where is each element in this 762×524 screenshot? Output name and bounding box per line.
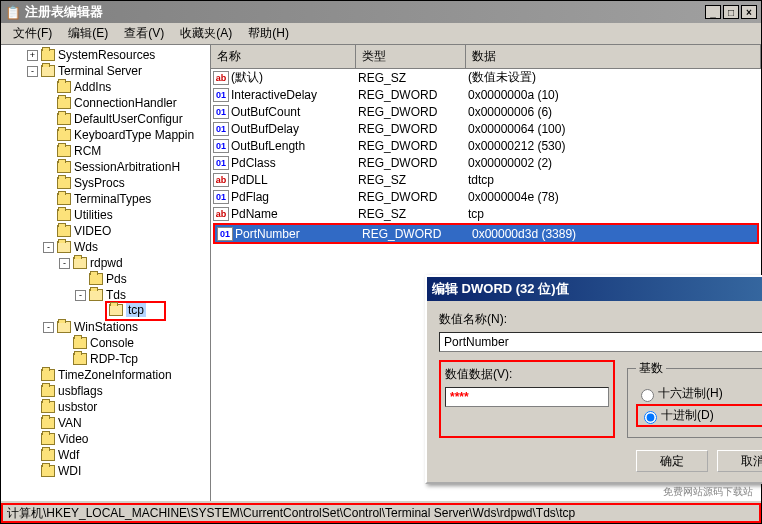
list-row[interactable]: ab(默认)REG_SZ(数值未设置) — [211, 69, 761, 86]
tree-label: WDI — [58, 464, 81, 478]
list-row[interactable]: 01PortNumberREG_DWORD0x00000d3d (3389) — [215, 225, 757, 242]
tree-item[interactable]: SessionArbitrationH — [1, 159, 210, 175]
radio-hex[interactable] — [641, 389, 654, 402]
list-row[interactable]: abPdNameREG_SZtcp — [211, 205, 761, 222]
value-data: (数值未设置) — [468, 69, 759, 86]
tree-item[interactable]: VAN — [1, 415, 210, 431]
tree-item[interactable]: Console — [1, 335, 210, 351]
menu-item[interactable]: 文件(F) — [5, 23, 60, 44]
string-icon: ab — [213, 71, 229, 85]
tree-label: VIDEO — [74, 224, 111, 238]
name-input[interactable] — [439, 332, 762, 352]
value-list[interactable]: 名称 类型 数据 ab(默认)REG_SZ(数值未设置)01Interactiv… — [211, 45, 761, 501]
folder-icon — [57, 81, 71, 93]
tree-label: Tds — [106, 288, 126, 302]
tree-item[interactable]: TimeZoneInformation — [1, 367, 210, 383]
list-row[interactable]: 01PdFlagREG_DWORD0x0000004e (78) — [211, 188, 761, 205]
cancel-button[interactable]: 取消 — [717, 450, 762, 472]
tree-item[interactable]: -WinStations — [1, 319, 210, 335]
tree-label: SessionArbitrationH — [74, 160, 180, 174]
menu-item[interactable]: 收藏夹(A) — [172, 23, 240, 44]
radio-hex-row[interactable]: 十六进制(H) — [636, 385, 762, 402]
tree-item[interactable]: Utilities — [1, 207, 210, 223]
tree-item[interactable]: VIDEO — [1, 223, 210, 239]
expand-toggle[interactable]: - — [75, 290, 86, 301]
folder-icon — [109, 304, 123, 316]
list-row[interactable]: 01OutBufCountREG_DWORD0x00000006 (6) — [211, 103, 761, 120]
tree-item[interactable]: WDI — [1, 463, 210, 479]
content-area: +SystemResources-Terminal ServerAddInsCo… — [1, 45, 761, 501]
maximize-button[interactable]: □ — [723, 5, 739, 19]
minimize-button[interactable]: _ — [705, 5, 721, 19]
value-data: 0x00000d3d (3389) — [472, 227, 755, 241]
folder-icon — [73, 257, 87, 269]
tree-item[interactable]: usbstor — [1, 399, 210, 415]
string-icon: ab — [213, 173, 229, 187]
list-row[interactable]: 01InteractiveDelayREG_DWORD0x0000000a (1… — [211, 86, 761, 103]
ok-button[interactable]: 确定 — [636, 450, 708, 472]
folder-icon — [41, 417, 55, 429]
dword-icon: 01 — [213, 190, 229, 204]
expand-toggle[interactable]: - — [59, 258, 70, 269]
tree-item[interactable]: tcp — [1, 303, 210, 319]
menu-item[interactable]: 编辑(E) — [60, 23, 116, 44]
expand-toggle[interactable]: - — [43, 322, 54, 333]
tree-item[interactable]: Pds — [1, 271, 210, 287]
tree-item[interactable]: DefaultUserConfigur — [1, 111, 210, 127]
close-button[interactable]: × — [741, 5, 757, 19]
expand-toggle[interactable]: - — [43, 242, 54, 253]
folder-icon — [73, 353, 87, 365]
base-fieldset: 基数 十六进制(H) 十进制(D) — [627, 360, 762, 438]
folder-icon — [41, 401, 55, 413]
tree-item[interactable]: AddIns — [1, 79, 210, 95]
folder-icon — [57, 97, 71, 109]
value-data: 0x0000004e (78) — [468, 190, 759, 204]
value-data: 0x00000064 (100) — [468, 122, 759, 136]
value-name: (默认) — [231, 69, 358, 86]
radio-dec[interactable] — [644, 411, 657, 424]
status-path: 计算机\HKEY_LOCAL_MACHINE\SYSTEM\CurrentCon… — [7, 505, 575, 522]
tree-label: Terminal Server — [58, 64, 142, 78]
app-icon: 📋 — [5, 5, 21, 20]
folder-icon — [57, 161, 71, 173]
tree-item[interactable]: RCM — [1, 143, 210, 159]
value-name: OutBufDelay — [231, 122, 358, 136]
col-type[interactable]: 类型 — [356, 45, 466, 68]
tree-label: Console — [90, 336, 134, 350]
tree-item[interactable]: +SystemResources — [1, 47, 210, 63]
menu-item[interactable]: 帮助(H) — [240, 23, 297, 44]
col-data[interactable]: 数据 — [466, 45, 761, 68]
value-type: REG_DWORD — [358, 105, 468, 119]
tree-item[interactable]: -rdpwd — [1, 255, 210, 271]
folder-icon — [57, 193, 71, 205]
list-row[interactable]: 01OutBufDelayREG_DWORD0x00000064 (100) — [211, 120, 761, 137]
data-input[interactable] — [445, 387, 609, 407]
expand-toggle[interactable]: + — [27, 50, 38, 61]
tree-item[interactable]: Wdf — [1, 447, 210, 463]
registry-tree[interactable]: +SystemResources-Terminal ServerAddInsCo… — [1, 45, 211, 501]
folder-icon — [57, 321, 71, 333]
radio-dec-row[interactable]: 十进制(D) — [636, 404, 762, 427]
tree-label: Pds — [106, 272, 127, 286]
tree-label: RDP-Tcp — [90, 352, 138, 366]
tree-label: usbflags — [58, 384, 103, 398]
tree-item[interactable]: RDP-Tcp — [1, 351, 210, 367]
tree-item[interactable]: -Terminal Server — [1, 63, 210, 79]
tree-item[interactable]: SysProcs — [1, 175, 210, 191]
list-row[interactable]: abPdDLLREG_SZtdtcp — [211, 171, 761, 188]
tree-item[interactable]: Video — [1, 431, 210, 447]
value-type: REG_DWORD — [358, 139, 468, 153]
folder-icon — [89, 289, 103, 301]
list-row[interactable]: 01PdClassREG_DWORD0x00000002 (2) — [211, 154, 761, 171]
expand-toggle[interactable]: - — [27, 66, 38, 77]
tree-item[interactable]: usbflags — [1, 383, 210, 399]
tree-item[interactable]: ConnectionHandler — [1, 95, 210, 111]
tree-item[interactable]: -Wds — [1, 239, 210, 255]
value-type: REG_DWORD — [358, 122, 468, 136]
col-name[interactable]: 名称 — [211, 45, 356, 68]
list-row[interactable]: 01OutBufLengthREG_DWORD0x00000212 (530) — [211, 137, 761, 154]
tree-item[interactable]: KeyboardType Mappin — [1, 127, 210, 143]
regedit-window: 📋 注册表编辑器 _ □ × 文件(F)编辑(E)查看(V)收藏夹(A)帮助(H… — [0, 0, 762, 524]
menu-item[interactable]: 查看(V) — [116, 23, 172, 44]
tree-item[interactable]: TerminalTypes — [1, 191, 210, 207]
